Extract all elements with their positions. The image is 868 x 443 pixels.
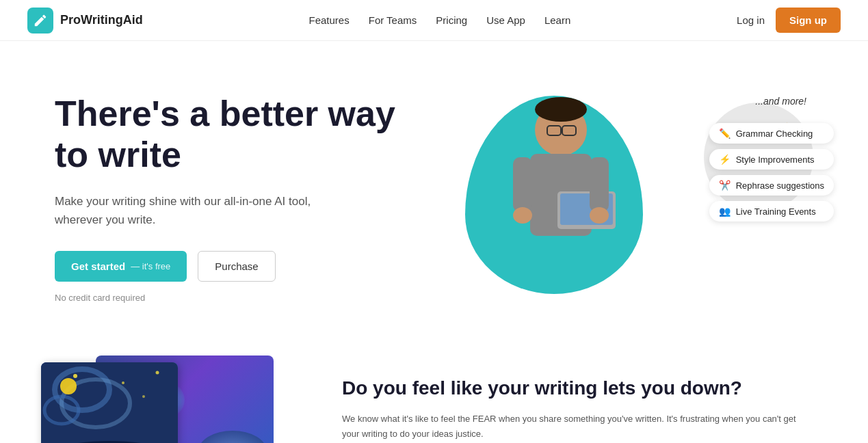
rephrase-icon: ✂️	[719, 180, 731, 191]
get-started-button[interactable]: Get started — it's free	[55, 251, 187, 282]
nav-item-features[interactable]: Features	[309, 14, 350, 27]
get-started-suffix: — it's free	[131, 261, 170, 271]
grammar-icon: ✏️	[719, 128, 731, 139]
get-started-label: Get started	[71, 260, 125, 272]
navbar-actions: Log in Sign up	[737, 8, 841, 33]
feature-pills: ✏️ Grammar Checking ⚡ Style Improvements…	[709, 123, 834, 222]
svg-point-16	[73, 374, 77, 378]
section2-title: Do you feel like your writing lets you d…	[342, 376, 813, 401]
artwork-stack: My idea in my head	[41, 355, 274, 443]
navbar: ProWritingAid Features For Teams Pricing…	[0, 0, 868, 41]
nav-item-use-app[interactable]: Use App	[486, 14, 525, 27]
person-illustration	[492, 96, 622, 294]
svg-point-10	[513, 207, 532, 224]
artwork-front: My idea in my head	[41, 362, 178, 443]
pill-training-label: Live Training Events	[736, 206, 816, 217]
more-text: ...and more!	[755, 96, 806, 107]
section2: My idea in my head Do you feel like your…	[0, 342, 868, 443]
section2-artwork: My idea in my head	[41, 355, 301, 443]
svg-point-17	[122, 381, 124, 384]
signup-button[interactable]: Sign up	[776, 8, 841, 33]
svg-point-19	[142, 395, 145, 398]
pill-style: ⚡ Style Improvements	[709, 149, 834, 170]
hero-section: There's a better way to write Make your …	[0, 41, 868, 342]
hero-illustration: ✦ ...and more!	[438, 82, 827, 314]
svg-point-11	[590, 207, 609, 224]
nav-item-pricing[interactable]: Pricing	[436, 14, 467, 27]
svg-point-20	[60, 378, 77, 394]
svg-rect-8	[513, 157, 532, 212]
logo[interactable]: ProWritingAid	[27, 8, 143, 33]
nav-item-for-teams[interactable]: For Teams	[369, 14, 417, 27]
nav-item-learn[interactable]: Learn	[544, 14, 570, 27]
hero-subtitle: Make your writing shine with our all-in-…	[55, 192, 342, 229]
hero-content: There's a better way to write Make your …	[55, 94, 438, 303]
logo-icon	[27, 8, 53, 33]
section2-content: Do you feel like your writing lets you d…	[342, 355, 813, 442]
nav-links: Features For Teams Pricing Use App Learn	[309, 14, 571, 27]
pill-rephrase: ✂️ Rephrase suggestions	[709, 175, 834, 196]
pill-rephrase-label: Rephrase suggestions	[736, 180, 824, 191]
pill-grammar-label: Grammar Checking	[736, 129, 813, 139]
svg-point-4	[535, 97, 587, 122]
hero-buttons: Get started — it's free Purchase	[55, 251, 438, 282]
hero-title: There's a better way to write	[55, 94, 438, 176]
login-button[interactable]: Log in	[737, 14, 765, 26]
pill-training: 👥 Live Training Events	[709, 201, 834, 222]
training-icon: 👥	[719, 206, 731, 217]
no-credit-text: No credit card required	[55, 293, 438, 303]
logo-text: ProWritingAid	[60, 13, 143, 27]
pill-grammar: ✏️ Grammar Checking	[709, 123, 834, 144]
pill-style-label: Style Improvements	[736, 155, 815, 165]
style-icon: ⚡	[719, 154, 731, 165]
purchase-button[interactable]: Purchase	[198, 251, 275, 282]
svg-rect-9	[590, 157, 609, 212]
svg-point-18	[156, 371, 159, 375]
section2-text: We know what it's like to feel the FEAR …	[342, 412, 813, 442]
